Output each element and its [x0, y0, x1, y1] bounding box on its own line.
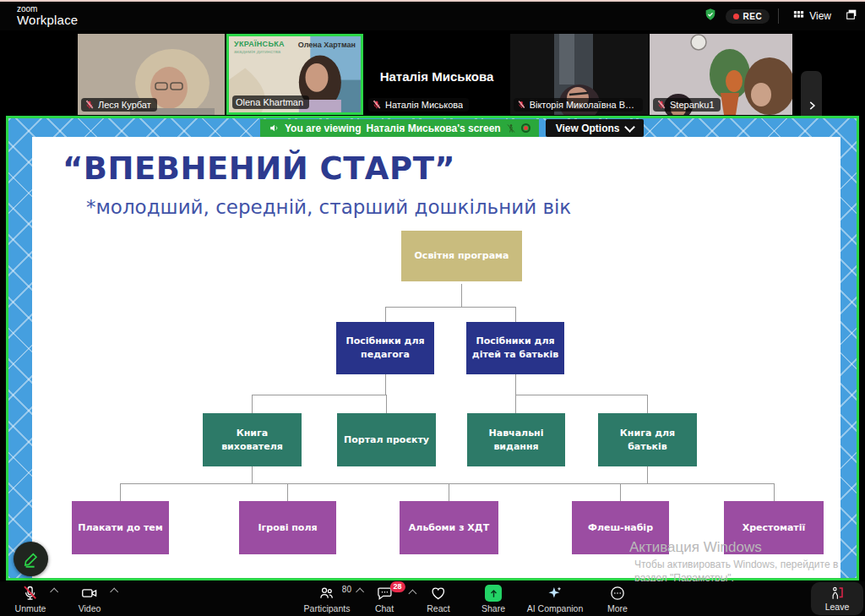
annotate-button[interactable]	[14, 542, 48, 576]
diagram-node-plakaty: Плакати до тем	[72, 501, 169, 554]
connector-line	[620, 483, 621, 501]
participants-icon	[318, 585, 336, 602]
muted-mic-icon	[372, 100, 382, 110]
diagram-node-navchalni-vydannya: Навчальні видання	[467, 413, 565, 466]
video-tile-olena-khartman[interactable]: УКРАЇНСЬКА академія дитинства Олена Харт…	[226, 34, 363, 115]
share-recording-icon	[521, 123, 530, 133]
zoom-meeting-window: zoom Workplace REC View	[0, 0, 865, 616]
connector-line	[515, 395, 648, 395]
video-tile-nataliya-myskova[interactable]: Наталія Миськова Наталія Миськова	[365, 34, 509, 115]
connector-line	[252, 466, 253, 483]
divider	[778, 8, 779, 24]
video-button[interactable]: Video	[79, 585, 101, 613]
connector-line	[252, 395, 387, 395]
share-label: Share	[481, 603, 505, 613]
diagram-node-knyga-vykhovatelya: Книга вихователя	[203, 413, 302, 466]
leave-button[interactable]: Leave	[811, 582, 863, 615]
view-options-label: View Options	[556, 123, 620, 134]
slide-subtitle: *молодший, середній, старший дошкільний …	[86, 196, 571, 218]
participant-name-label: Olena Khartman	[232, 95, 309, 109]
window-mode-icon[interactable]	[845, 8, 858, 25]
recording-indicator: REC	[726, 9, 770, 24]
more-label: More	[607, 603, 628, 613]
connector-line	[287, 483, 288, 501]
chat-options-caret[interactable]	[408, 590, 416, 598]
video-tile-viktoriya-vorona[interactable]: Вікторія Миколаївна Ворона	[510, 34, 648, 115]
muted-mic-icon	[517, 100, 526, 110]
shared-screen-area: You are viewing Наталія Миськова's scree…	[6, 116, 859, 581]
academy-logo: УКРАЇНСЬКА академія дитинства	[234, 41, 285, 54]
connector-line	[120, 483, 774, 484]
viewing-prefix: You are viewing	[285, 123, 361, 134]
connector-line	[385, 307, 386, 322]
connector-line	[647, 395, 648, 413]
diagram-node-posibnyky-pedagoga: Посібники для педагога	[336, 322, 434, 374]
video-tile-stepanku1[interactable]: Stepanku1	[650, 34, 792, 115]
connector-line	[252, 395, 253, 413]
connector-line	[515, 307, 516, 322]
connector-line	[449, 483, 449, 501]
zoom-workplace-logo: zoom Workplace	[17, 5, 78, 27]
video-label: Video	[79, 603, 101, 613]
video-options-caret[interactable]	[111, 588, 119, 597]
heart-icon	[430, 585, 448, 602]
participant-name: Olena Khartman	[236, 97, 303, 107]
react-button[interactable]: React	[427, 585, 449, 613]
connector-line	[386, 395, 387, 413]
share-button[interactable]: Share	[481, 585, 505, 613]
diagram-node-igrovi-polya: Ігрові поля	[239, 501, 336, 554]
chat-unread-badge: 28	[389, 581, 405, 592]
participant-name-label: Вікторія Миколаївна Ворона	[514, 98, 643, 112]
chat-button[interactable]: 28 Chat	[375, 585, 394, 613]
connector-line	[461, 284, 462, 307]
recording-dot-icon	[733, 14, 739, 19]
connector-line	[774, 483, 775, 501]
chevron-down-icon	[624, 122, 635, 133]
unmute-label: Unmute	[15, 603, 46, 613]
encryption-shield-icon	[704, 8, 717, 25]
react-label: React	[427, 603, 449, 613]
participant-name: Вікторія Миколаївна Ворона	[530, 100, 638, 110]
connector-line	[515, 374, 516, 395]
logo-title: УКРАЇНСЬКА	[234, 41, 285, 49]
participants-options-caret[interactable]	[356, 588, 365, 597]
video-tile-lesya-kurbat[interactable]: Леся Курбат	[78, 34, 225, 115]
participant-name: Леся Курбат	[98, 100, 151, 110]
more-ellipsis-icon	[609, 585, 626, 602]
share-screen-icon	[485, 585, 502, 602]
participant-name-label: Леся Курбат	[81, 98, 157, 112]
participant-name: Stepanku1	[670, 100, 715, 110]
chevron-right-icon	[806, 100, 818, 112]
participants-button[interactable]: 80 Participants	[304, 585, 351, 613]
presenter-muted-icon	[506, 123, 516, 134]
title-bar-controls: REC View	[704, 6, 858, 26]
more-button[interactable]: More	[607, 585, 628, 613]
connector-line	[385, 307, 516, 308]
grid-view-icon	[792, 8, 805, 24]
mic-muted-icon	[22, 585, 39, 602]
windows-activation-watermark-line2: Чтобы активировать Windows, перейдите в	[634, 559, 838, 570]
camera-icon	[80, 585, 99, 602]
screen-share-banner: You are viewing Наталія Миськова's scree…	[260, 119, 644, 137]
view-button[interactable]: View	[787, 6, 836, 26]
diagram-node-knyga-batkiv: Книга для батьків	[598, 413, 697, 466]
chat-label: Chat	[375, 603, 394, 613]
view-options-button[interactable]: View Options	[546, 119, 644, 137]
slide-title: “ВПЕВНЕНИЙ СТАРТ”	[63, 150, 455, 187]
unmute-button[interactable]: Unmute	[15, 585, 46, 613]
ai-companion-button[interactable]: AI Companion	[527, 585, 584, 613]
diagram-node-albomy: Альбоми з ХДТ	[400, 501, 498, 554]
video-strip: Леся Курбат УКРАЇНСЬКА академія дитинств…	[0, 30, 865, 116]
unmute-options-caret[interactable]	[51, 588, 59, 597]
rec-label: REC	[743, 12, 763, 21]
ai-companion-label: AI Companion	[527, 603, 584, 613]
participant-name-label: Stepanku1	[653, 98, 721, 112]
participants-label: Participants	[304, 603, 351, 613]
meeting-toolbar: Unmute Video 80 Participants 28 Chat	[0, 581, 865, 616]
connector-line	[647, 466, 648, 483]
diagram-node-posibnyky-ditey: Посібники для дітей та батьків	[466, 322, 564, 374]
view-label: View	[809, 10, 831, 22]
participant-display-name: Наталія Миськова	[365, 69, 509, 84]
title-bar: zoom Workplace REC View	[0, 2, 865, 30]
speaker-icon	[269, 123, 280, 134]
